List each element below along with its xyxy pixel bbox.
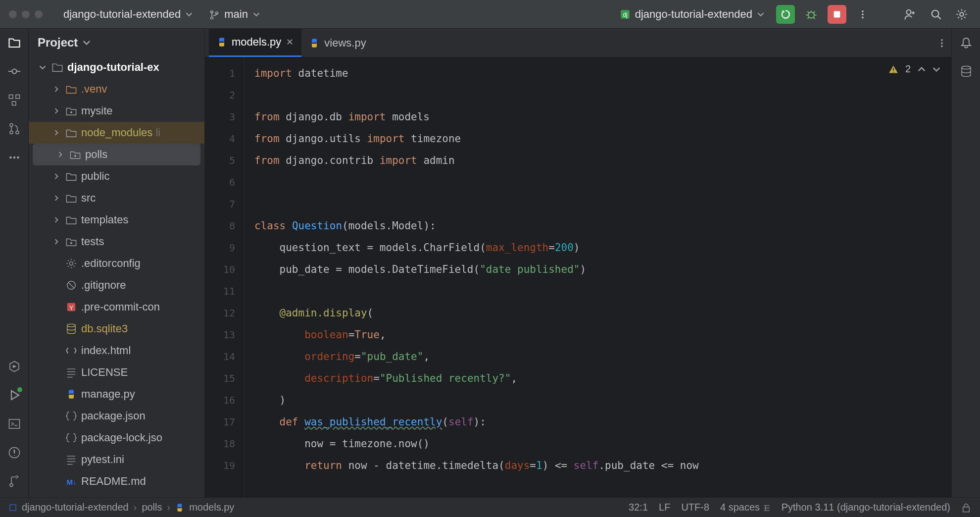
pull-requests-tool-button[interactable] [7,122,21,136]
tree-item[interactable]: Y.pre-commit-con [29,296,204,318]
tree-item-label: .pre-commit-con [81,301,160,313]
editor-tab[interactable]: models.py✕ [209,29,301,57]
svg-point-30 [67,324,76,327]
run-config-selector[interactable]: dj django-tutorial-extended [615,5,769,24]
file-icon [65,454,77,465]
tree-item[interactable]: polls [33,144,200,165]
more-actions-button[interactable] [853,5,872,24]
problems-tool-button[interactable] [7,446,21,460]
terminal-tool-button[interactable] [7,417,21,431]
file-icon [65,280,77,291]
svg-rect-37 [963,507,970,512]
tree-item[interactable]: index.html [29,340,204,362]
tree-item[interactable]: mysite [29,100,204,122]
svg-point-8 [932,10,939,17]
editor-tab[interactable]: views.py [301,29,374,57]
tree-item[interactable]: package-lock.jso [29,427,204,449]
editor-body[interactable]: 12345678910111213141516171819 import dat… [205,57,951,497]
cursor-position[interactable]: 32:1 [629,502,648,513]
file-icon [65,193,77,204]
file-icon [65,127,77,138]
statusbar: django-tutorial-extended › polls › model… [0,497,980,517]
tree-item[interactable]: node_modules li [29,122,204,144]
breadcrumb[interactable]: django-tutorial-extended › polls › model… [9,502,234,513]
breadcrumb-item[interactable]: models.py [189,502,234,513]
project-tool-button[interactable] [7,36,21,50]
svg-point-35 [962,66,971,69]
django-icon: dj [620,9,630,19]
commit-icon [8,65,20,77]
editor-code[interactable]: import datetime from django.db import mo… [245,57,951,497]
search-everywhere-button[interactable] [927,5,945,24]
code-with-me-button[interactable] [901,5,920,24]
tab-actions-button[interactable] [932,34,951,52]
git-branch-label: main [224,8,248,21]
svg-point-9 [960,12,964,16]
svg-point-7 [907,10,911,14]
tree-item[interactable]: db.sqlite3 [29,318,204,340]
chevron-up-icon[interactable] [918,65,926,73]
chevron-down-icon[interactable] [932,65,940,73]
file-encoding[interactable]: UTF-8 [681,502,709,513]
tree-item[interactable]: manage.py [29,383,204,405]
debug-button[interactable] [802,5,821,24]
tree-item[interactable]: templates [29,209,204,231]
tree-root-label: django-tutorial-ex [67,61,159,74]
settings-button[interactable] [952,5,971,24]
tab-label: views.py [324,37,366,50]
tree-item[interactable]: tests [29,231,204,253]
stop-button[interactable] [828,5,846,24]
close-window-icon[interactable] [9,10,17,18]
tree-item[interactable]: src [29,187,204,209]
tree-item[interactable]: .venv [29,78,204,100]
play-hex-icon [8,361,20,372]
maximize-window-icon[interactable] [35,10,43,18]
breadcrumb-item[interactable]: polls [142,502,162,513]
notifications-button[interactable] [959,36,973,50]
tree-root[interactable]: django-tutorial-ex [29,56,204,78]
lock-icon[interactable] [961,503,971,513]
inspection-widget[interactable]: 2 [888,63,940,75]
tree-item[interactable]: .editorconfig [29,253,204,274]
database-tool-button[interactable] [959,64,973,78]
minimize-window-icon[interactable] [22,10,30,18]
project-selector[interactable]: django-tutorial-extended [58,5,197,24]
run-button[interactable] [776,5,795,24]
line-separator[interactable]: LF [659,502,670,513]
python-interpreter[interactable]: Python 3.11 (django-tutorial-extended) [782,502,950,513]
commit-tool-button[interactable] [7,64,21,78]
tree-item[interactable]: LICENSE [29,362,204,383]
rerun-icon [781,9,790,19]
vcs-tool-button[interactable] [7,474,21,488]
gear-icon [956,8,968,20]
project-panel-header[interactable]: Project [29,29,204,56]
svg-point-34 [941,45,943,47]
close-icon[interactable]: ✕ [286,37,294,48]
search-icon [931,9,941,20]
project-tree[interactable]: django-tutorial-ex .venvmysitenode_modul… [29,56,204,497]
folder-icon [8,37,20,49]
tree-item-label: index.html [81,344,131,357]
structure-tool-button[interactable] [7,93,21,107]
tree-item[interactable]: public [29,165,204,187]
svg-point-4 [862,10,864,12]
window-controls [9,10,43,18]
run-tool-button[interactable] [7,388,21,402]
services-tool-button[interactable] [7,360,21,373]
tree-item[interactable]: .gitignore [29,274,204,296]
svg-point-18 [13,156,15,159]
breadcrumb-item[interactable]: django-tutorial-extended [22,502,129,513]
indent-setting[interactable]: 4 spaces [720,502,771,513]
svg-point-23 [70,111,72,113]
tree-item[interactable]: M↓README.md [29,470,204,492]
stop-icon [833,10,841,18]
git-branch-selector[interactable]: main [204,5,265,24]
tree-item[interactable]: package.json [29,405,204,427]
tree-item[interactable]: pytest.ini [29,449,204,470]
warning-icon [888,64,898,74]
editor-gutter[interactable]: 12345678910111213141516171819 [205,57,245,497]
tree-item-label: .venv [81,83,107,96]
project-panel: Project django-tutorial-ex .venvmysiteno… [29,29,205,497]
more-tools-button[interactable] [7,151,21,164]
svg-point-24 [74,155,76,157]
